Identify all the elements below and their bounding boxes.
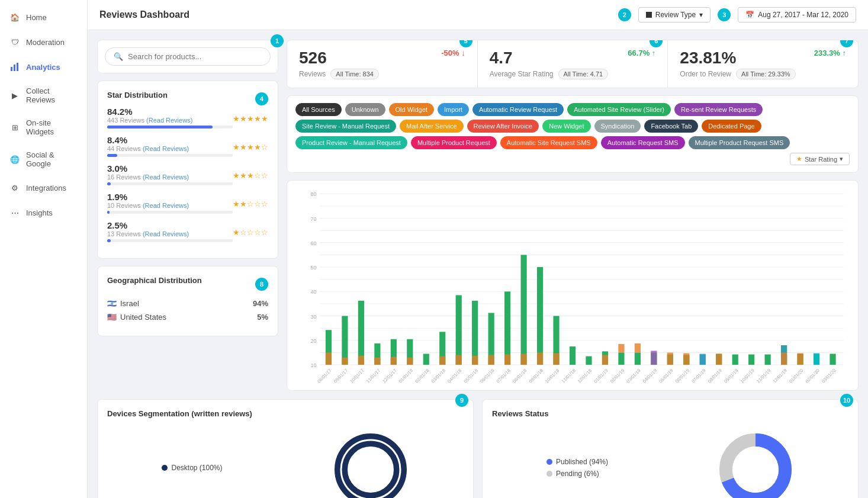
filter-tag[interactable]: Automatic Request SMS [601,136,685,149]
svg-rect-55 [570,346,576,365]
star-row: 1.9% 10 Reviews (Read Reviews) ★★☆☆☆ [107,192,268,216]
filter-tag[interactable]: Unknown [345,103,385,116]
devices-legend: Desktop (100%) [162,464,222,475]
read-reviews-link[interactable]: (Read Reviews) [143,174,189,181]
stat-alltime: All Time: 29.33% [736,69,796,79]
star-bar [107,239,111,242]
stat-badge: 7 [840,40,853,47]
svg-text:09/01/17: 09/01/17 [333,368,349,383]
svg-rect-75 [765,355,771,365]
stat-card: 23.81% Order to Review All Time: 29.33% … [668,40,858,88]
svg-rect-40 [439,356,445,365]
sidebar-item-analytics[interactable]: Analytics [0,54,87,79]
star-icons: ★☆☆☆☆ [233,228,268,237]
search-box[interactable]: 🔍 [105,47,271,66]
svg-text:01/01/20: 01/01/20 [788,368,804,383]
sidebar-item-widgets[interactable]: ⊞ On-site Widgets [0,111,87,143]
star-icons: ★★★★★ [233,114,268,123]
filter-tag[interactable]: Re-sent Review Requests [674,103,763,116]
svg-rect-38 [423,354,429,365]
filter-tag[interactable]: New Widget [542,120,590,133]
review-type-button[interactable]: Review Type ▾ [638,7,711,23]
star-row-info: 3.0% 16 Reviews (Read Reviews) [107,163,233,187]
filter-tag[interactable]: Product Review - Manual Request [295,136,407,149]
sidebar-item-social[interactable]: 🌐 Social & Google [0,143,87,175]
svg-rect-78 [781,352,787,365]
filter-tag[interactable]: Review After Invoice [467,120,539,133]
svg-text:03/01/18: 03/01/18 [430,368,446,383]
left-panel: 🔍 1 Star Distribution 4 84.2% 443 Review… [97,40,278,391]
right-panel: 526 Reviews All Time: 834 -50% ↓ 5 4.7 A… [287,40,859,391]
status-donut-chart [717,431,794,498]
geo-rows: 🇮🇱 Israel 94% 🇺🇸 United States 5% [107,299,268,322]
star-row-info: 8.4% 44 Reviews (Read Reviews) [107,135,233,159]
svg-text:04/01/18: 04/01/18 [446,368,462,383]
search-input[interactable] [128,52,262,61]
filter-tag[interactable]: Site Review - Manual Request [295,120,396,133]
sidebar-item-moderation[interactable]: 🛡 Moderation [0,30,87,54]
filter-tag[interactable]: Import [438,103,469,116]
sidebar-label: Home [26,13,47,22]
stat-change: 66.7% ↑ [628,49,655,57]
sidebar-label: Collect Reviews [26,86,78,104]
sidebar: 🏠 Home 🛡 Moderation Analytics ▶ Collect … [0,0,88,498]
sidebar-item-home[interactable]: 🏠 Home [0,5,87,30]
page-header: Reviews Dashboard 2 Review Type ▾ 3 📅 Au… [88,0,868,30]
svg-text:08/01/19: 08/01/19 [707,368,723,383]
star-row: 3.0% 16 Reviews (Read Reviews) ★★★☆☆ [107,163,268,187]
legend-pending: Pending (6%) [546,470,608,478]
star-bar-bg [107,154,233,157]
svg-rect-30 [358,301,364,365]
read-reviews-link[interactable]: (Read Reviews) [143,145,189,152]
star-row: 2.5% 13 Reviews (Read Reviews) ★☆☆☆☆ [107,220,268,244]
filter-tag[interactable]: Dedicated Page [702,120,761,133]
svg-text:80: 80 [310,191,316,197]
filter-tag[interactable]: Automatic Site Request SMS [500,136,597,149]
read-reviews-link[interactable]: (Read Reviews) [143,202,189,209]
read-reviews-link[interactable]: (Read Reviews) [143,230,189,237]
star-bar [107,154,117,157]
stat-alltime: All Time: 834 [330,69,379,79]
star-rating-sort[interactable]: ★ Star Rating ▾ [790,153,850,165]
star-bar-bg [107,211,233,214]
filter-tag[interactable]: Multiple Product Request [411,136,497,149]
filter-tag[interactable]: Multiple Product Request SMS [689,136,790,149]
sidebar-item-insights[interactable]: ⋯ Insights [0,200,87,225]
filter-tag[interactable]: Automated Site Review (Slider) [567,103,671,116]
sidebar-label: Moderation [26,38,65,47]
widget-icon: ⊞ [9,122,20,133]
stat-label: Average Star Rating All Time: 4.71 [490,69,608,79]
filter-tag[interactable]: Old Widget [389,103,434,116]
star-count: 16 Reviews (Read Reviews) [107,174,233,181]
svg-text:03/01/20: 03/01/20 [821,368,837,383]
svg-text:12/01/17: 12/01/17 [381,368,397,383]
sidebar-item-collect[interactable]: ▶ Collect Reviews [0,79,87,111]
devices-donut-area: Desktop (100%) [107,425,464,498]
filter-tag[interactable]: All Sources [295,103,342,116]
filter-tag[interactable]: Mail After Service [400,120,464,133]
sidebar-item-integrations[interactable]: ⚙ Integrations [0,175,87,200]
stat-value: 23.81% [680,49,795,68]
square-icon [646,12,652,18]
star-bar-bg [107,239,233,242]
stat-card: 4.7 Average Star Rating All Time: 4.71 6… [478,40,668,88]
filter-tag[interactable]: Automatic Review Request [472,103,564,116]
filter-tag[interactable]: Syndication [594,120,641,133]
stat-label-text: Reviews [299,70,326,78]
sidebar-label: Integrations [26,184,66,192]
star-dist-badge: 4 [255,92,268,105]
svg-text:02/01/18: 02/01/18 [414,368,430,383]
date-range-button[interactable]: 📅 Aug 27, 2017 - Mar 12, 2020 [738,7,856,23]
read-reviews-link[interactable]: (Read Reviews) [146,117,192,124]
star-icons: ★★★☆☆ [233,171,268,180]
stats-row: 526 Reviews All Time: 834 -50% ↓ 5 4.7 A… [287,40,859,88]
dashboard-content: 🔍 1 Star Distribution 4 84.2% 443 Review… [88,30,868,498]
legend-published: Published (94%) [546,458,608,466]
svg-rect-72 [716,354,722,365]
svg-text:60: 60 [310,240,316,246]
geo-row: 🇮🇱 Israel 94% [107,299,268,308]
filter-tag[interactable]: Facebook Tab [644,120,698,133]
svg-rect-47 [504,291,510,365]
devices-card: Devices Segmentation (written reviews) D… [97,399,474,498]
svg-text:03/01/19: 03/01/19 [625,368,641,383]
